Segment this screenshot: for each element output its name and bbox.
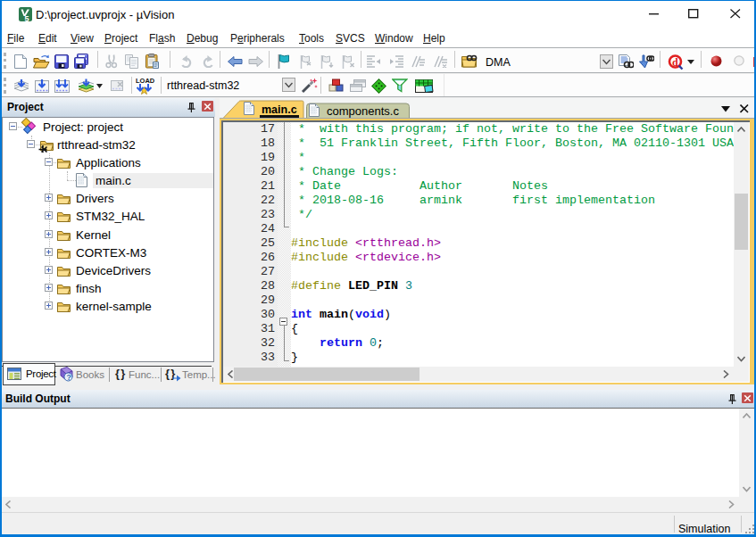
svg-text:5: 5	[25, 14, 29, 23]
svg-text:d: d	[672, 56, 678, 69]
svg-text:?: ?	[67, 373, 72, 382]
svg-text:LOAD: LOAD	[136, 77, 155, 85]
